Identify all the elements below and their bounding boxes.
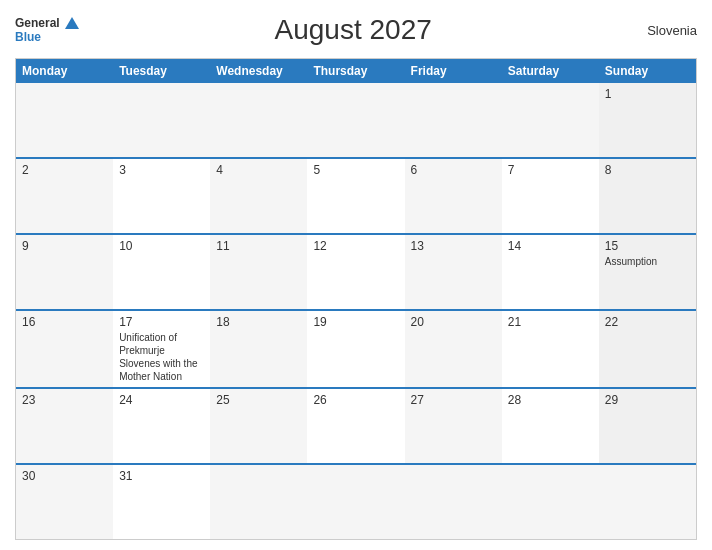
- calendar-cell: 7: [502, 159, 599, 233]
- day-number: 30: [22, 469, 107, 483]
- header: General Blue August 2027 Slovenia: [15, 10, 697, 50]
- calendar-cell: [405, 465, 502, 539]
- calendar-cell: 28: [502, 389, 599, 463]
- day-event: Assumption: [605, 255, 690, 268]
- country-label: Slovenia: [627, 23, 697, 38]
- calendar-cell: 11: [210, 235, 307, 309]
- calendar-cell: [113, 83, 210, 157]
- day-number: 19: [313, 315, 398, 329]
- calendar-cell: [502, 465, 599, 539]
- calendar-cell: 2: [16, 159, 113, 233]
- calendar-cell: 13: [405, 235, 502, 309]
- calendar-cell: [502, 83, 599, 157]
- calendar-cell: 27: [405, 389, 502, 463]
- day-number: 17: [119, 315, 204, 329]
- calendar-cell: 17Unification of Prekmurje Slovenes with…: [113, 311, 210, 387]
- logo: General Blue: [15, 16, 79, 45]
- calendar-cell: 8: [599, 159, 696, 233]
- calendar-cell: [210, 83, 307, 157]
- calendar-cell: 9: [16, 235, 113, 309]
- calendar-row: 1617Unification of Prekmurje Slovenes wi…: [16, 309, 696, 387]
- calendar-row: 9101112131415Assumption: [16, 233, 696, 309]
- day-event: Unification of Prekmurje Slovenes with t…: [119, 331, 204, 383]
- calendar-cell: [599, 465, 696, 539]
- calendar-cell: 4: [210, 159, 307, 233]
- calendar-row: 3031: [16, 463, 696, 539]
- day-number: 13: [411, 239, 496, 253]
- day-number: 28: [508, 393, 593, 407]
- calendar-cell: 5: [307, 159, 404, 233]
- calendar-cell: [210, 465, 307, 539]
- day-number: 10: [119, 239, 204, 253]
- calendar-cell: 14: [502, 235, 599, 309]
- calendar-cell: 26: [307, 389, 404, 463]
- day-number: 9: [22, 239, 107, 253]
- logo-general-text: General: [15, 16, 60, 30]
- calendar-cell: 30: [16, 465, 113, 539]
- day-number: 26: [313, 393, 398, 407]
- calendar-cell: 18: [210, 311, 307, 387]
- calendar-row: 2345678: [16, 157, 696, 233]
- calendar-cell: 6: [405, 159, 502, 233]
- header-tuesday: Tuesday: [113, 59, 210, 83]
- calendar-cell: 29: [599, 389, 696, 463]
- day-number: 20: [411, 315, 496, 329]
- calendar-cell: 12: [307, 235, 404, 309]
- calendar-cell: 3: [113, 159, 210, 233]
- logo-triangle-icon: [65, 17, 79, 29]
- calendar-cell: 1: [599, 83, 696, 157]
- day-number: 2: [22, 163, 107, 177]
- day-number: 8: [605, 163, 690, 177]
- calendar-cell: 23: [16, 389, 113, 463]
- header-monday: Monday: [16, 59, 113, 83]
- day-number: 31: [119, 469, 204, 483]
- header-friday: Friday: [405, 59, 502, 83]
- calendar-cell: [405, 83, 502, 157]
- day-number: 15: [605, 239, 690, 253]
- month-title: August 2027: [79, 14, 627, 46]
- day-number: 16: [22, 315, 107, 329]
- day-number: 27: [411, 393, 496, 407]
- calendar-cell: 24: [113, 389, 210, 463]
- day-number: 22: [605, 315, 690, 329]
- day-number: 11: [216, 239, 301, 253]
- day-number: 24: [119, 393, 204, 407]
- day-number: 1: [605, 87, 690, 101]
- calendar-cell: 20: [405, 311, 502, 387]
- day-number: 21: [508, 315, 593, 329]
- calendar-cell: 16: [16, 311, 113, 387]
- calendar-cell: 31: [113, 465, 210, 539]
- calendar-cell: [307, 465, 404, 539]
- calendar: Monday Tuesday Wednesday Thursday Friday…: [15, 58, 697, 540]
- logo-blue-text: Blue: [15, 30, 41, 44]
- header-thursday: Thursday: [307, 59, 404, 83]
- day-number: 29: [605, 393, 690, 407]
- calendar-cell: 22: [599, 311, 696, 387]
- calendar-body: 123456789101112131415Assumption1617Unifi…: [16, 83, 696, 539]
- day-number: 23: [22, 393, 107, 407]
- header-sunday: Sunday: [599, 59, 696, 83]
- day-number: 4: [216, 163, 301, 177]
- day-number: 3: [119, 163, 204, 177]
- day-number: 7: [508, 163, 593, 177]
- day-number: 25: [216, 393, 301, 407]
- day-number: 14: [508, 239, 593, 253]
- calendar-row: 23242526272829: [16, 387, 696, 463]
- calendar-cell: [16, 83, 113, 157]
- calendar-header: Monday Tuesday Wednesday Thursday Friday…: [16, 59, 696, 83]
- calendar-cell: 25: [210, 389, 307, 463]
- calendar-cell: [307, 83, 404, 157]
- calendar-cell: 15Assumption: [599, 235, 696, 309]
- header-wednesday: Wednesday: [210, 59, 307, 83]
- calendar-cell: 10: [113, 235, 210, 309]
- day-number: 6: [411, 163, 496, 177]
- day-number: 18: [216, 315, 301, 329]
- calendar-row: 1: [16, 83, 696, 157]
- day-number: 12: [313, 239, 398, 253]
- header-saturday: Saturday: [502, 59, 599, 83]
- calendar-cell: 21: [502, 311, 599, 387]
- calendar-cell: 19: [307, 311, 404, 387]
- page: General Blue August 2027 Slovenia Monday…: [0, 0, 712, 550]
- day-number: 5: [313, 163, 398, 177]
